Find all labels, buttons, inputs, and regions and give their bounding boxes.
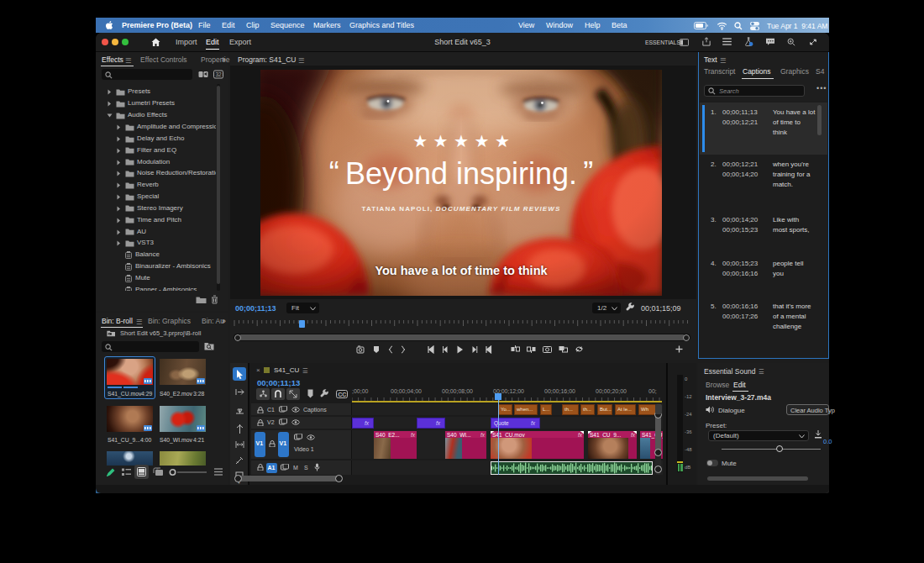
svg-text:32: 32 [215, 71, 222, 77]
svg-text:CC: CC [338, 392, 346, 397]
svg-text:♫: ♫ [156, 467, 159, 471]
